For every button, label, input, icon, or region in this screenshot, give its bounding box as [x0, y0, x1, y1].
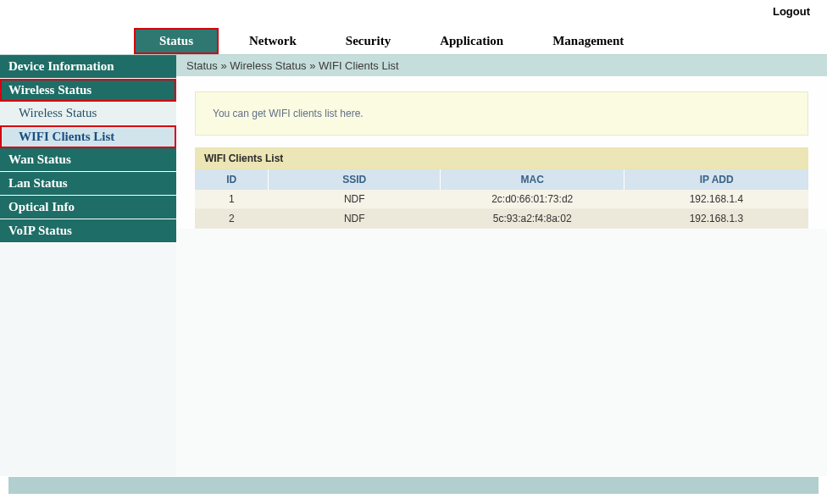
breadcrumb: Status » Wireless Status » WIFI Clients …: [176, 55, 827, 76]
sidebar-item-wireless-status[interactable]: Wireless Status: [0, 79, 176, 102]
sidebar-sub-wifi-clients-list[interactable]: WIFI Clients List: [0, 125, 176, 148]
table-header-row: ID SSID MAC IP ADD: [195, 169, 808, 190]
table-cell-mac: 2c:d0:66:01:73:d2: [441, 190, 624, 209]
sidebar-item-lan-status[interactable]: Lan Status: [0, 172, 176, 196]
sidebar: Device Information Wireless Status Wirel…: [0, 55, 176, 476]
sidebar-item-wan-status[interactable]: Wan Status: [0, 148, 176, 172]
table-cell-mac: 5c:93:a2:f4:8a:02: [441, 209, 624, 229]
info-message: You can get WIFI clients list here.: [195, 91, 808, 136]
table-cell-ssid: NDF: [269, 209, 441, 229]
logout-link[interactable]: Logout: [773, 5, 810, 18]
sidebar-item-optical-info[interactable]: Optical Info: [0, 196, 176, 219]
sidebar-item-device-information[interactable]: Device Information: [0, 55, 176, 79]
table-header-mac: MAC: [441, 169, 624, 190]
sidebar-item-voip-status[interactable]: VoIP Status: [0, 219, 176, 243]
table-cell-id: 1: [195, 190, 269, 209]
table-title: WIFI Clients List: [195, 147, 808, 169]
table-cell-id: 2: [195, 209, 269, 229]
table-header-id: ID: [195, 169, 269, 190]
wifi-clients-table: ID SSID MAC IP ADD 1NDF2c:d0:66:01:73:d2…: [195, 169, 808, 229]
table-cell-ip: 192.168.1.3: [624, 209, 808, 229]
tab-application[interactable]: Application: [421, 28, 522, 54]
tab-status[interactable]: Status: [134, 28, 219, 54]
tab-network[interactable]: Network: [230, 28, 315, 54]
tab-management[interactable]: Management: [534, 28, 642, 54]
table-row: 2NDF5c:93:a2:f4:8a:02192.168.1.3: [195, 209, 808, 229]
table-row: 1NDF2c:d0:66:01:73:d2192.168.1.4: [195, 190, 808, 209]
table-cell-ssid: NDF: [269, 190, 441, 209]
top-tabs: Status Network Security Application Mana…: [0, 24, 827, 54]
table-cell-ip: 192.168.1.4: [624, 190, 808, 209]
tab-security[interactable]: Security: [327, 28, 409, 54]
sidebar-sub-wireless-status[interactable]: Wireless Status: [0, 102, 176, 125]
table-header-ip: IP ADD: [624, 169, 808, 190]
table-header-ssid: SSID: [269, 169, 441, 190]
footer-bar: [8, 477, 819, 494]
